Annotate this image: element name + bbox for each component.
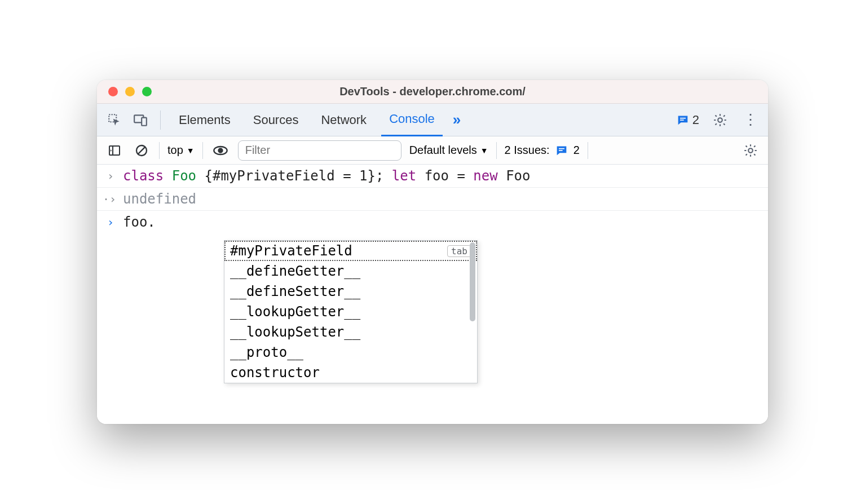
tab-elements[interactable]: Elements	[171, 104, 239, 136]
separator	[588, 142, 588, 159]
chevron-right-icon: ›	[107, 215, 116, 229]
live-expression-icon[interactable]	[211, 141, 230, 160]
autocomplete-label: __lookupGetter__	[230, 304, 360, 320]
close-window-button[interactable]	[108, 87, 118, 96]
devtools-window: DevTools - developer.chrome.com/ Element…	[97, 80, 768, 424]
autocomplete-item[interactable]: #myPrivateField tab	[224, 241, 477, 261]
autocomplete-label: #myPrivateField	[230, 243, 352, 259]
device-toggle-icon[interactable]	[131, 110, 150, 130]
console-toolbar: top ▼ Default levels ▼ 2 Issues: 2	[97, 136, 768, 165]
tab-network[interactable]: Network	[313, 104, 374, 136]
autocomplete-label: __proto__	[230, 344, 303, 360]
console-input-line[interactable]: › foo.	[97, 211, 768, 233]
chevron-right-icon: ›	[107, 169, 116, 183]
autocomplete-label: __defineSetter__	[230, 284, 360, 299]
autocomplete-item[interactable]: __lookupGetter__	[224, 302, 477, 322]
svg-point-5	[718, 118, 722, 122]
minimize-window-button[interactable]	[125, 87, 135, 96]
scrollbar-thumb[interactable]	[470, 242, 475, 321]
result-value: undefined	[123, 191, 196, 207]
separator	[202, 142, 203, 159]
titlebar: DevTools - developer.chrome.com/	[97, 80, 768, 104]
svg-rect-4	[680, 120, 684, 121]
svg-point-14	[748, 148, 753, 153]
autocomplete-item[interactable]: __defineSetter__	[224, 281, 477, 302]
tabbar-right: 2 ⋮	[677, 110, 760, 130]
context-selector[interactable]: top ▼	[167, 144, 195, 157]
clear-console-icon[interactable]	[132, 141, 151, 160]
dropdown-icon: ▼	[187, 146, 195, 155]
autocomplete-label: __defineGetter__	[230, 263, 360, 279]
tab-sources[interactable]: Sources	[245, 104, 307, 136]
issues-count: 2	[573, 144, 580, 157]
levels-label: Default levels	[409, 144, 477, 157]
panel-tabbar: Elements Sources Network Console » 2 ⋮	[97, 104, 768, 136]
log-levels-selector[interactable]: Default levels ▼	[409, 144, 488, 157]
maximize-window-button[interactable]	[142, 87, 152, 96]
sidebar-toggle-icon[interactable]	[105, 141, 124, 160]
autocomplete-item[interactable]: __proto__	[224, 342, 477, 362]
console-body: › class Foo {#myPrivateField = 1}; let f…	[97, 165, 768, 424]
issues-button[interactable]: 2 Issues: 2	[505, 144, 580, 157]
separator	[160, 110, 161, 130]
dropdown-icon: ▼	[480, 146, 488, 155]
issues-label: 2 Issues:	[505, 144, 550, 157]
filter-input[interactable]	[238, 140, 401, 161]
autocomplete-label: constructor	[230, 365, 320, 381]
code-line: class Foo {#myPrivateField = 1}; let foo…	[123, 168, 531, 184]
return-arrow-icon: ‹·	[107, 192, 116, 206]
settings-icon[interactable]	[710, 110, 730, 130]
svg-rect-2	[142, 117, 147, 125]
svg-rect-12	[559, 148, 564, 149]
more-tabs-button[interactable]: »	[449, 111, 461, 129]
console-history-line[interactable]: › class Foo {#myPrivateField = 1}; let f…	[97, 165, 768, 188]
context-label: top	[167, 144, 183, 157]
separator	[496, 142, 497, 159]
svg-line-9	[138, 147, 145, 154]
autocomplete-popup: #myPrivateField tab __defineGetter__ __d…	[224, 240, 478, 383]
autocomplete-item[interactable]: __defineGetter__	[224, 261, 477, 281]
kebab-menu-icon[interactable]: ⋮	[741, 110, 760, 130]
console-settings-icon[interactable]	[741, 141, 760, 160]
svg-rect-13	[559, 150, 563, 151]
autocomplete-item[interactable]: __lookupSetter__	[224, 322, 477, 342]
svg-rect-3	[680, 117, 686, 118]
tab-hint: tab	[447, 245, 471, 257]
separator	[159, 142, 160, 159]
console-input[interactable]: foo.	[123, 214, 156, 230]
messages-count: 2	[692, 113, 699, 127]
inspect-icon[interactable]	[105, 110, 124, 130]
tab-console[interactable]: Console	[381, 104, 443, 136]
svg-point-11	[218, 148, 222, 152]
window-controls	[108, 87, 152, 96]
messages-button[interactable]: 2	[677, 113, 699, 127]
autocomplete-label: __lookupSetter__	[230, 324, 360, 340]
console-result-line: ‹· undefined	[97, 188, 768, 211]
window-title: DevTools - developer.chrome.com/	[97, 85, 768, 98]
autocomplete-item[interactable]: constructor	[224, 362, 477, 383]
